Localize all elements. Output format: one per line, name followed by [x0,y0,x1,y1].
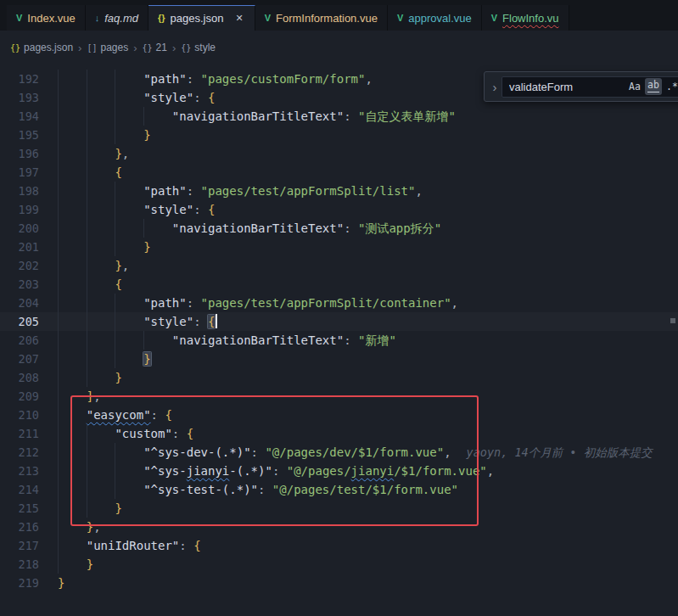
gutter-line-number[interactable]: 202 [0,256,39,275]
gutter-line-number[interactable]: 192 [0,70,39,88]
code-line-content[interactable]: }, [58,256,678,275]
code-line-content[interactable]: } [58,350,678,368]
code-line-content[interactable]: "navigationBarTitleText": "测试app拆分" [58,219,678,238]
code-line[interactable]: 207} [0,350,678,368]
code-line[interactable]: 206"navigationBarTitleText": "新增" [0,331,678,350]
breadcrumb-item-21[interactable]: {}21 [143,42,167,53]
code-line[interactable]: 198"path": "pages/test/appFormSplit/list… [0,182,678,200]
code-line-content[interactable]: } [58,238,678,256]
tab-approval.vue[interactable]: Vapproval.vue [388,5,482,31]
gutter-line-number[interactable]: 203 [0,275,39,294]
code-line-content[interactable]: "style": { [58,200,678,219]
gutter-line-number[interactable]: 201 [0,238,39,256]
editor[interactable]: 192"path": "pages/customForm/form",193"s… [0,59,678,616]
code-line[interactable]: 197{ [0,163,678,182]
code-line-content[interactable]: } [58,555,678,574]
tab-faq.md[interactable]: ↓faq.md [86,5,148,31]
gutter-line-number[interactable]: 216 [0,518,39,536]
gutter-line-number[interactable]: 194 [0,107,39,126]
code-line-content[interactable]: "path": "pages/test/appFormSplit/list", [58,182,678,200]
code-line[interactable]: 208} [0,368,678,387]
gutter-line-number[interactable]: 210 [0,406,39,424]
code-line-content[interactable]: "uniIdRouter": { [58,536,678,555]
code-line[interactable]: 202}, [0,256,678,275]
tab-FlowInfo.vu[interactable]: VFlowInfo.vu [482,5,569,31]
code-line[interactable]: 200"navigationBarTitleText": "测试app拆分" [0,219,678,238]
gutter-line-number[interactable]: 214 [0,480,39,499]
code-line[interactable]: 194"navigationBarTitleText": "自定义表单新增" [0,107,678,126]
gutter-line-number[interactable]: 212 [0,443,39,462]
code-line-content[interactable]: "^sys-dev-(.*)": "@/pages/dev/$1/form.vu… [58,443,678,462]
code-line-content[interactable]: "navigationBarTitleText": "新增" [58,331,678,350]
gutter-line-number[interactable]: 199 [0,200,39,219]
code-line[interactable]: 217"uniIdRouter": { [0,536,678,555]
gutter-line-number[interactable]: 211 [0,424,39,443]
gutter-line-number[interactable]: 209 [0,387,39,406]
tab-FormInformation.vue[interactable]: VFormInformation.vue [255,5,388,31]
breadcrumb-item-style[interactable]: {}style [181,42,216,53]
gutter-line-number[interactable]: 195 [0,126,39,144]
tab-Index.vue[interactable]: VIndex.vue [7,5,86,31]
gutter-line-number[interactable]: 206 [0,331,39,350]
code-line-content[interactable]: { [58,275,678,294]
code-line[interactable]: 213"^sys-jianyi-(.*)": "@/pages/jianyi/$… [0,462,678,480]
code-line[interactable]: 212"^sys-dev-(.*)": "@/pages/dev/$1/form… [0,443,678,462]
whole-word-icon[interactable]: ab [645,78,662,95]
code-line-content[interactable]: "^sys-jianyi-(.*)": "@/pages/jianyi/$1/f… [58,462,678,480]
code-line-content[interactable]: "custom": { [58,424,678,443]
code-line-content[interactable]: } [58,499,678,518]
code-line[interactable]: 210"easycom": { [0,406,678,424]
regex-icon[interactable]: .* [664,78,678,95]
gutter-line-number[interactable]: 207 [0,350,39,368]
code-line-content[interactable]: "easycom": { [58,406,678,424]
code-line[interactable]: 214"^sys-test-(.*)": "@/pages/test/$1/fo… [0,480,678,499]
code-line[interactable]: 216}, [0,518,678,536]
code-line-content[interactable]: "navigationBarTitleText": "自定义表单新增" [58,107,678,126]
gutter-line-number[interactable]: 200 [0,219,39,238]
gutter-line-number[interactable]: 198 [0,182,39,200]
code-line-content[interactable]: "^sys-test-(.*)": "@/pages/test/$1/form.… [58,480,678,499]
code-line-content[interactable]: }, [58,144,678,163]
code-line[interactable]: 215} [0,499,678,518]
code-line-content[interactable]: } [58,574,678,592]
gutter-line-number[interactable]: 204 [0,294,39,312]
gutter-line-number[interactable]: 208 [0,368,39,387]
code-line[interactable]: 205"style": { [0,312,678,331]
code-line-content[interactable]: }, [58,518,678,536]
code-line[interactable]: 218} [0,555,678,574]
close-icon[interactable]: ✕ [233,12,244,25]
find-input[interactable]: Aa ab .* [501,76,678,98]
code-line-content[interactable]: ], [58,387,678,406]
gutter-line-number[interactable]: 197 [0,163,39,182]
code-line[interactable]: 199"style": { [0,200,678,219]
code-line-content[interactable]: } [58,368,678,387]
gutter-line-number[interactable]: 193 [0,88,39,107]
tab-pages.json[interactable]: {}pages.json✕ [148,5,255,31]
code-line[interactable]: 209], [0,387,678,406]
code-line[interactable]: 201} [0,238,678,256]
code-line[interactable]: 195} [0,126,678,144]
whole-word-glyph: ab [647,81,659,92]
gutter-line-number[interactable]: 218 [0,555,39,574]
gutter-line-number[interactable]: 215 [0,499,39,518]
code-line[interactable]: 196}, [0,144,678,163]
code-line[interactable]: 211"custom": { [0,424,678,443]
scrollbar-marker[interactable] [670,318,675,323]
gutter-line-number[interactable]: 205 [0,312,39,331]
gutter-line-number[interactable]: 196 [0,144,39,163]
find-text-input[interactable] [507,80,625,94]
code-line-content[interactable]: "path": "pages/test/appFormSplit/contain… [58,294,678,312]
match-case-icon[interactable]: Aa [626,78,643,95]
find-replace-toggle[interactable]: › [488,72,501,101]
gutter-line-number[interactable]: 219 [0,574,39,592]
code-line-content[interactable]: { [58,163,678,182]
code-line[interactable]: 219} [0,574,678,592]
code-line[interactable]: 204"path": "pages/test/appFormSplit/cont… [0,294,678,312]
code-line-content[interactable]: "style": { [58,312,678,331]
breadcrumb-item-pages[interactable]: []pages [87,42,128,53]
breadcrumb-item-pages.json[interactable]: {}pages.json [10,42,73,53]
gutter-line-number[interactable]: 217 [0,536,39,555]
gutter-line-number[interactable]: 213 [0,462,39,480]
code-line-content[interactable]: } [58,126,678,144]
code-line[interactable]: 203{ [0,275,678,294]
